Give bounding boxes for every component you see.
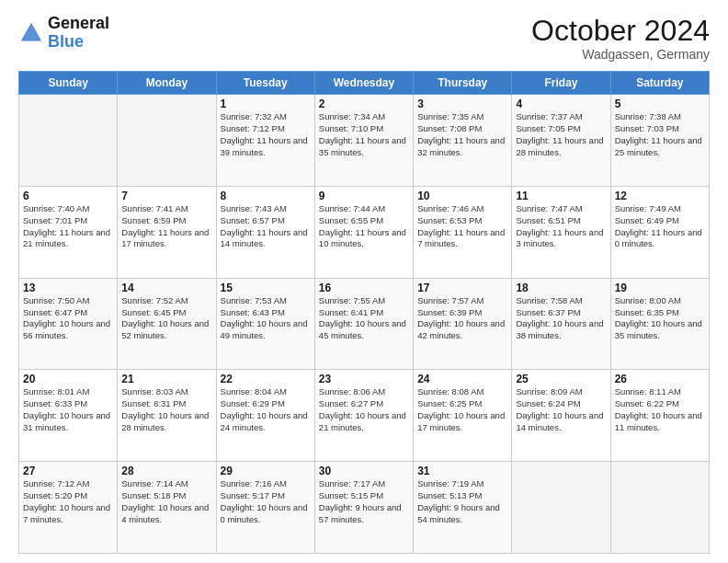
day-info: Sunrise: 7:34 AMSunset: 7:10 PMDaylight:… — [319, 111, 409, 158]
day-number: 21 — [121, 373, 211, 385]
calendar-cell: 11Sunrise: 7:47 AMSunset: 6:51 PMDayligh… — [512, 186, 610, 278]
calendar-cell: 28Sunrise: 7:14 AMSunset: 5:18 PMDayligh… — [118, 462, 216, 554]
day-info: Sunrise: 8:11 AMSunset: 6:22 PMDaylight:… — [615, 386, 705, 433]
calendar-cell — [19, 95, 118, 187]
calendar-cell: 2Sunrise: 7:34 AMSunset: 7:10 PMDaylight… — [314, 95, 413, 187]
day-info: Sunrise: 7:38 AMSunset: 7:03 PMDaylight:… — [615, 111, 705, 158]
day-number: 23 — [319, 373, 409, 385]
calendar-cell: 13Sunrise: 7:50 AMSunset: 6:47 PMDayligh… — [19, 278, 118, 370]
day-number: 4 — [516, 98, 606, 110]
calendar-page: General Blue October 2024 Wadgassen, Ger… — [0, 0, 728, 563]
calendar-cell: 29Sunrise: 7:16 AMSunset: 5:17 PMDayligh… — [216, 462, 314, 554]
day-number: 31 — [417, 465, 507, 477]
calendar-cell: 19Sunrise: 8:00 AMSunset: 6:35 PMDayligh… — [610, 278, 709, 370]
calendar-cell: 25Sunrise: 8:09 AMSunset: 6:24 PMDayligh… — [512, 370, 610, 462]
month-title: October 2024 — [531, 15, 710, 47]
day-info: Sunrise: 7:41 AMSunset: 6:59 PMDaylight:… — [121, 203, 211, 250]
weekday-header-friday: Friday — [512, 72, 610, 95]
day-number: 11 — [516, 190, 606, 202]
day-number: 16 — [319, 282, 409, 294]
day-info: Sunrise: 7:52 AMSunset: 6:45 PMDaylight:… — [121, 295, 211, 342]
day-number: 2 — [319, 98, 409, 110]
calendar-cell: 12Sunrise: 7:49 AMSunset: 6:49 PMDayligh… — [610, 186, 709, 278]
calendar-cell: 27Sunrise: 7:12 AMSunset: 5:20 PMDayligh… — [19, 462, 118, 554]
day-info: Sunrise: 7:19 AMSunset: 5:13 PMDaylight:… — [417, 478, 507, 525]
calendar-cell: 10Sunrise: 7:46 AMSunset: 6:53 PMDayligh… — [414, 186, 512, 278]
header: General Blue October 2024 Wadgassen, Ger… — [18, 15, 710, 62]
calendar-cell: 23Sunrise: 8:06 AMSunset: 6:27 PMDayligh… — [314, 370, 413, 462]
day-number: 17 — [417, 282, 507, 294]
day-number: 10 — [417, 190, 507, 202]
day-info: Sunrise: 7:58 AMSunset: 6:37 PMDaylight:… — [516, 295, 606, 342]
day-number: 7 — [121, 190, 211, 202]
day-number: 29 — [221, 465, 311, 477]
weekday-header-monday: Monday — [118, 72, 216, 95]
location-title: Wadgassen, Germany — [531, 47, 710, 62]
calendar-cell: 16Sunrise: 7:55 AMSunset: 6:41 PMDayligh… — [314, 278, 413, 370]
day-info: Sunrise: 7:50 AMSunset: 6:47 PMDaylight:… — [23, 295, 113, 342]
logo-text: General Blue — [48, 15, 109, 52]
calendar-week-row: 13Sunrise: 7:50 AMSunset: 6:47 PMDayligh… — [19, 278, 710, 370]
day-number: 20 — [23, 373, 113, 385]
day-number: 30 — [319, 465, 409, 477]
calendar-cell: 31Sunrise: 7:19 AMSunset: 5:13 PMDayligh… — [414, 462, 512, 554]
calendar-cell: 4Sunrise: 7:37 AMSunset: 7:05 PMDaylight… — [512, 95, 610, 187]
day-info: Sunrise: 8:08 AMSunset: 6:25 PMDaylight:… — [417, 386, 507, 433]
day-number: 27 — [23, 465, 113, 477]
day-info: Sunrise: 7:44 AMSunset: 6:55 PMDaylight:… — [319, 203, 409, 250]
calendar-cell: 15Sunrise: 7:53 AMSunset: 6:43 PMDayligh… — [216, 278, 314, 370]
day-number: 9 — [319, 190, 409, 202]
day-number: 19 — [615, 282, 705, 294]
day-info: Sunrise: 7:12 AMSunset: 5:20 PMDaylight:… — [23, 478, 113, 525]
calendar-body: 1Sunrise: 7:32 AMSunset: 7:12 PMDaylight… — [19, 95, 710, 554]
calendar-cell: 24Sunrise: 8:08 AMSunset: 6:25 PMDayligh… — [414, 370, 512, 462]
day-number: 5 — [615, 98, 705, 110]
day-info: Sunrise: 7:49 AMSunset: 6:49 PMDaylight:… — [615, 203, 705, 250]
day-info: Sunrise: 8:04 AMSunset: 6:29 PMDaylight:… — [221, 386, 311, 433]
day-number: 22 — [221, 373, 311, 385]
day-info: Sunrise: 7:43 AMSunset: 6:57 PMDaylight:… — [221, 203, 311, 250]
calendar-cell: 7Sunrise: 7:41 AMSunset: 6:59 PMDaylight… — [118, 186, 216, 278]
day-number: 13 — [23, 282, 113, 294]
calendar-cell — [118, 95, 216, 187]
logo-icon — [18, 20, 44, 46]
calendar-cell: 20Sunrise: 8:01 AMSunset: 6:33 PMDayligh… — [19, 370, 118, 462]
weekday-header-thursday: Thursday — [414, 72, 512, 95]
day-number: 8 — [221, 190, 311, 202]
calendar-week-row: 1Sunrise: 7:32 AMSunset: 7:12 PMDaylight… — [19, 95, 710, 187]
calendar-cell: 30Sunrise: 7:17 AMSunset: 5:15 PMDayligh… — [314, 462, 413, 554]
day-info: Sunrise: 8:01 AMSunset: 6:33 PMDaylight:… — [23, 386, 113, 433]
day-number: 28 — [121, 465, 211, 477]
logo-blue: Blue — [48, 32, 84, 51]
title-block: October 2024 Wadgassen, Germany — [531, 15, 710, 62]
day-number: 14 — [121, 282, 211, 294]
calendar-cell: 14Sunrise: 7:52 AMSunset: 6:45 PMDayligh… — [118, 278, 216, 370]
calendar-table: SundayMondayTuesdayWednesdayThursdayFrid… — [18, 71, 710, 554]
calendar-cell: 18Sunrise: 7:58 AMSunset: 6:37 PMDayligh… — [512, 278, 610, 370]
day-number: 26 — [615, 373, 705, 385]
calendar-cell: 9Sunrise: 7:44 AMSunset: 6:55 PMDaylight… — [314, 186, 413, 278]
day-number: 24 — [417, 373, 507, 385]
weekday-header-tuesday: Tuesday — [216, 72, 314, 95]
day-info: Sunrise: 7:46 AMSunset: 6:53 PMDaylight:… — [417, 203, 507, 250]
day-number: 1 — [221, 98, 311, 110]
calendar-cell: 3Sunrise: 7:35 AMSunset: 7:08 PMDaylight… — [414, 95, 512, 187]
weekday-header-row: SundayMondayTuesdayWednesdayThursdayFrid… — [19, 72, 710, 95]
day-number: 6 — [23, 190, 113, 202]
calendar-cell — [512, 462, 610, 554]
day-number: 3 — [417, 98, 507, 110]
day-info: Sunrise: 8:09 AMSunset: 6:24 PMDaylight:… — [516, 386, 606, 433]
day-info: Sunrise: 7:57 AMSunset: 6:39 PMDaylight:… — [417, 295, 507, 342]
calendar-cell: 5Sunrise: 7:38 AMSunset: 7:03 PMDaylight… — [610, 95, 709, 187]
calendar-header: SundayMondayTuesdayWednesdayThursdayFrid… — [19, 72, 710, 95]
day-info: Sunrise: 7:37 AMSunset: 7:05 PMDaylight:… — [516, 111, 606, 158]
calendar-cell: 17Sunrise: 7:57 AMSunset: 6:39 PMDayligh… — [414, 278, 512, 370]
weekday-header-sunday: Sunday — [19, 72, 118, 95]
day-info: Sunrise: 7:14 AMSunset: 5:18 PMDaylight:… — [121, 478, 211, 525]
calendar-week-row: 20Sunrise: 8:01 AMSunset: 6:33 PMDayligh… — [19, 370, 710, 462]
day-info: Sunrise: 7:53 AMSunset: 6:43 PMDaylight:… — [221, 295, 311, 342]
calendar-cell: 6Sunrise: 7:40 AMSunset: 7:01 PMDaylight… — [19, 186, 118, 278]
calendar-cell: 26Sunrise: 8:11 AMSunset: 6:22 PMDayligh… — [610, 370, 709, 462]
day-info: Sunrise: 7:17 AMSunset: 5:15 PMDaylight:… — [319, 478, 409, 525]
calendar-week-row: 6Sunrise: 7:40 AMSunset: 7:01 PMDaylight… — [19, 186, 710, 278]
